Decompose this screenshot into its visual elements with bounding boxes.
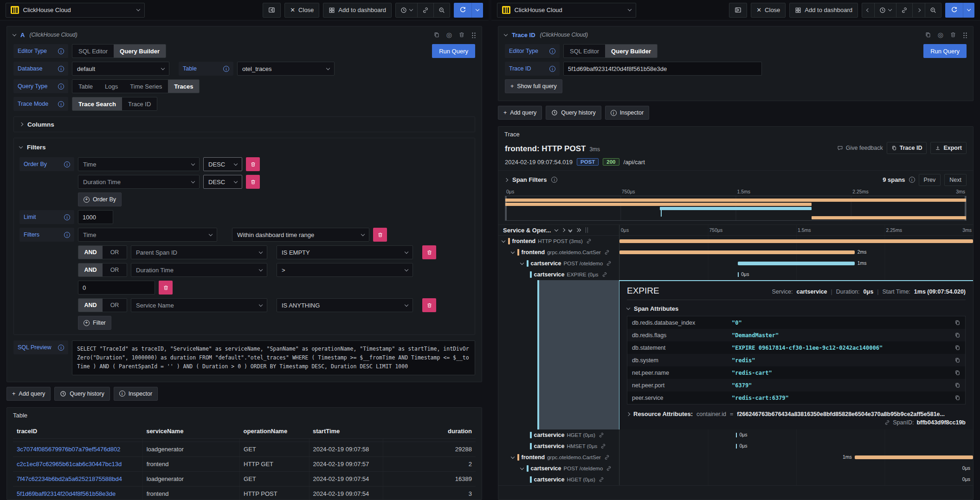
span-row[interactable]: cartservicePOST /oteldemo 0μs [498, 463, 973, 474]
refresh-button[interactable] [454, 3, 471, 18]
inspector-button[interactable]: Inspector [114, 387, 158, 401]
link-icon[interactable] [599, 477, 604, 482]
collapse-all-icon[interactable] [576, 229, 580, 231]
remove-filter-button[interactable] [422, 245, 436, 259]
remove-order-by-button[interactable] [246, 157, 260, 171]
column-header-servicename[interactable]: serviceName [142, 424, 239, 439]
filter-field-select[interactable]: Parent Span ID [131, 245, 267, 259]
chevron-down-icon[interactable] [555, 230, 558, 231]
chevron-right-icon[interactable] [504, 178, 508, 181]
time-shift-back-button[interactable] [862, 3, 874, 17]
span-duration-bar[interactable] [619, 250, 855, 254]
table-row[interactable]: 5f1d69baf92314f20d4f8f561b58e3de fronten… [13, 486, 476, 500]
and-option[interactable]: AND [78, 263, 103, 276]
span-row[interactable]: cartserviceHGET (0μs) 0μs [498, 429, 973, 441]
span-name[interactable]: cartserviceEXPIRE (0μs [498, 269, 619, 280]
collapse-span-icon[interactable] [511, 455, 515, 458]
link-icon[interactable] [600, 443, 606, 449]
query-row-header[interactable]: A (ClickHouse Cloud) ◎ [7, 26, 482, 43]
span-duration-tick[interactable] [736, 433, 737, 437]
span-row[interactable]: frontendgrpc.oteldemo.CartSer 1ms [498, 452, 973, 463]
column-header-duration[interactable]: duration [383, 424, 476, 439]
add-to-dashboard-button[interactable]: Add to dashboard [789, 3, 858, 18]
remove-filter-button[interactable] [159, 281, 173, 295]
add-order-by-button[interactable]: Order By [78, 192, 122, 206]
copy-attribute-button[interactable] [954, 370, 961, 376]
prev-span-button[interactable]: Prev [919, 174, 941, 186]
filters-section-toggle[interactable]: Filters [19, 144, 469, 151]
span-name[interactable]: frontendgrpc.oteldemo.CartSer [498, 247, 619, 258]
show-full-query-button[interactable]: +Show full query [505, 79, 562, 93]
collapse-span-icon[interactable] [511, 250, 515, 253]
copy-attribute-button[interactable] [954, 395, 961, 401]
info-icon[interactable] [549, 48, 555, 54]
link-icon[interactable] [602, 272, 607, 277]
datasource-picker[interactable]: ClickHouse Cloud [497, 3, 636, 18]
span-name[interactable]: cartservicePOST /oteldemo [498, 258, 619, 269]
trace-id-copy-button[interactable]: Trace ID [887, 142, 927, 154]
span-row[interactable]: frontendgrpc.oteldemo.CartSer 2ms [498, 247, 973, 258]
trace-id-link[interactable]: 3c7074f085679976b07a79ef5476d802 [17, 446, 120, 453]
filter-value-input[interactable]: 0 [78, 281, 155, 295]
filter-operator-select[interactable]: > [277, 263, 413, 277]
table-row[interactable]: c2c1ec87c62965b61cab6c30447bc13d fronten… [13, 456, 476, 471]
span-row[interactable]: frontendHTTP POST (3ms) [498, 236, 973, 247]
info-icon[interactable] [58, 66, 64, 72]
time-picker-button[interactable] [874, 3, 896, 17]
order-by-field-select[interactable]: Duration Time [78, 175, 200, 189]
link-icon[interactable] [604, 455, 610, 460]
info-icon[interactable] [58, 83, 64, 90]
table-row[interactable]: 3c7074f085679976b07a79ef5476d802 loadgen… [13, 442, 476, 456]
span-row[interactable]: cartserviceHMSET (0μs 0μs [498, 441, 973, 452]
run-query-button[interactable]: Run Query [923, 44, 967, 58]
span-duration-tick[interactable] [738, 272, 739, 277]
add-query-button[interactable]: +Add query [6, 387, 51, 401]
query-type-logs[interactable]: Logs [99, 80, 124, 93]
collapse-span-icon[interactable] [520, 261, 524, 264]
close-split-button[interactable]: ✕ Close [751, 3, 786, 18]
link-icon[interactable] [586, 238, 592, 244]
trace-mode-id[interactable]: Trace ID [122, 97, 157, 110]
link-icon[interactable] [606, 466, 612, 471]
table-select[interactable]: otel_traces [237, 62, 335, 76]
zoom-out-button[interactable] [433, 3, 450, 17]
duplicate-query-icon[interactable] [433, 32, 440, 38]
minimap-canvas[interactable] [505, 196, 967, 221]
link-icon[interactable] [884, 420, 890, 425]
copy-attribute-button[interactable] [954, 345, 961, 351]
remove-filter-button[interactable] [422, 298, 436, 312]
span-attributes-toggle[interactable]: Span Attributes [627, 305, 966, 312]
order-by-direction-select[interactable]: DESC [203, 175, 242, 189]
table-row[interactable]: 7f47c62234b6bd2a5a62521875588bd4 loadgen… [13, 471, 476, 486]
editor-type-sql-editor[interactable]: SQL Editor [72, 45, 114, 58]
query-history-button[interactable]: Query history [546, 106, 601, 120]
span-duration-bar[interactable] [619, 239, 973, 243]
editor-type-sql-editor[interactable]: SQL Editor [564, 45, 605, 58]
filter-operator-select[interactable]: IS ANYTHING [277, 298, 413, 312]
span-name[interactable]: frontendHTTP POST (3ms) [498, 236, 619, 247]
remove-filter-button[interactable] [373, 228, 387, 242]
add-filter-button[interactable]: Filter [78, 316, 111, 330]
copy-attribute-button[interactable] [954, 332, 961, 338]
filter-operator-select[interactable]: Within dashboard time range [232, 228, 369, 242]
collapse-span-icon[interactable] [502, 238, 505, 242]
inspector-button[interactable]: Inspector [605, 106, 649, 120]
split-pane-button[interactable] [263, 3, 281, 18]
refresh-interval-dropdown[interactable] [471, 3, 483, 18]
column-header-starttime[interactable]: startTime [309, 424, 383, 439]
chevron-right-icon[interactable] [562, 229, 565, 231]
collapse-query-icon[interactable] [13, 32, 16, 36]
order-by-direction-select[interactable]: DESC [203, 157, 242, 171]
drag-handle-icon[interactable] [471, 32, 476, 38]
expand-all-icon[interactable] [569, 229, 572, 232]
editor-type-query-builder[interactable]: Query Builder [605, 45, 657, 58]
or-option[interactable]: OR [103, 246, 127, 259]
span-row[interactable]: cartserviceEXPIRE (0μs 0μs [498, 269, 973, 280]
limit-input[interactable]: 1000 [78, 210, 113, 224]
resource-attributes-toggle[interactable]: Resource Attributes: container.id = f266… [627, 410, 966, 417]
info-icon[interactable] [58, 48, 64, 54]
zoom-out-button[interactable] [925, 3, 941, 17]
info-icon[interactable] [64, 214, 70, 220]
info-icon[interactable] [64, 161, 70, 167]
order-by-field-select[interactable]: Time [78, 157, 200, 171]
